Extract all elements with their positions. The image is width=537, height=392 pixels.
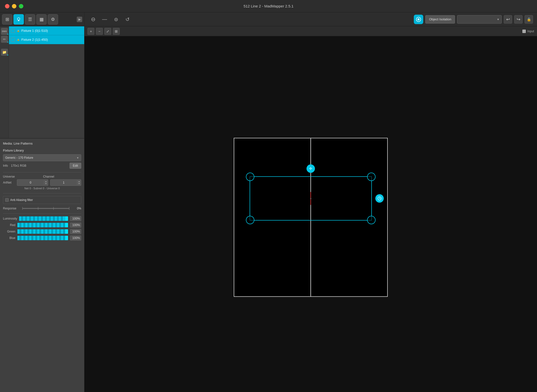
isolation-dropdown[interactable]: ▼	[457, 15, 502, 24]
fixture-item-1[interactable]: 🔒 Fixture 1 (0|1-510)	[9, 26, 84, 35]
fixture-lock-1: 🔒	[16, 29, 20, 33]
red-label: Red	[3, 223, 15, 227]
window-controls[interactable]	[5, 4, 23, 8]
fixture-list-area: DMX ✏ 📁 🔒 Fixture 1 (0|1-510) 🔒 Fixture …	[0, 26, 84, 138]
fixture-item-2[interactable]: 🔒 Fixture 2 (1|1-450)	[9, 35, 84, 44]
tool-video[interactable]: ▦	[36, 14, 47, 25]
tool-list[interactable]: ☰	[25, 14, 35, 25]
main-layout: ⊞ ☰ ▦ ⚙ ▶ DMX ✏ 📁	[0, 12, 537, 392]
redo-button[interactable]: ↪	[514, 15, 523, 24]
corner-handle-bl[interactable]	[246, 216, 254, 224]
fixture-lock-2: 🔒	[16, 38, 20, 41]
fixture-library-section: Fixture Library Generic - 170 Fixture ▼ …	[3, 149, 81, 169]
fixture-info-row: Info 170x1 RGB Edit	[3, 163, 81, 169]
folder-add-icon[interactable]: 📁	[1, 49, 8, 56]
divider-2	[3, 193, 81, 194]
dropdown-chevron-icon: ▼	[497, 18, 499, 21]
chevron-down-icon: ▼	[77, 157, 79, 159]
luminosity-slider[interactable]	[19, 216, 68, 221]
canvas-add-btn[interactable]: +	[87, 28, 94, 35]
luminosity-row: Luminosity 100%	[3, 216, 81, 221]
top-toolbar: ⊖ — ⊜ ↺ Object Isolation ▼	[84, 12, 537, 26]
canvas-wrapper: ✛ +	[234, 138, 388, 297]
input-label-text: Input	[527, 30, 534, 33]
red-row: Red 100%	[3, 223, 81, 228]
tool-grid[interactable]: ⊞	[2, 14, 12, 25]
artnet-label: ArtNet	[3, 181, 15, 184]
universe-up-arrow[interactable]: ▲	[44, 180, 48, 183]
fixture-name-1: Fixture 1 (0|1-510)	[21, 29, 48, 33]
blue-value: 100%	[70, 235, 81, 240]
channel-header: Channel	[43, 175, 81, 178]
channel-up-arrow[interactable]: ▲	[77, 180, 81, 183]
tick-marks	[22, 207, 69, 210]
crosshair: +	[310, 196, 312, 200]
canvas-remove-btn[interactable]: −	[96, 28, 103, 35]
response-slider-base	[22, 208, 69, 209]
fixture-type-icons: DMX ✏ 📁	[0, 26, 9, 138]
tick-1	[22, 207, 23, 210]
svg-rect-1	[18, 20, 19, 21]
anti-aliasing-checkbox[interactable]	[5, 198, 9, 202]
tool-settings[interactable]: ⚙	[48, 14, 58, 25]
dmx-add-icon[interactable]: DMX	[1, 28, 8, 35]
pen-add-icon[interactable]: ✏	[1, 36, 8, 43]
corner-handle-br[interactable]	[367, 216, 376, 224]
corner-handle-tr[interactable]	[367, 172, 376, 181]
sidebar-toolbar: ⊞ ☰ ▦ ⚙ ▶	[0, 12, 84, 26]
corner-handle-tl[interactable]	[246, 172, 254, 181]
sidebar: ⊞ ☰ ▦ ⚙ ▶ DMX ✏ 📁	[0, 12, 84, 392]
edit-button[interactable]: Edit	[70, 163, 81, 169]
tick-4	[69, 207, 69, 210]
green-slider[interactable]	[17, 229, 68, 234]
universe-arrows[interactable]: ▲ ▼	[44, 180, 48, 185]
window-title: 512 Line 2 - MadMapper 2.5.1	[244, 4, 294, 8]
input-checkbox[interactable]	[522, 30, 526, 33]
universe-spinner[interactable]: 0 ▲ ▼	[17, 179, 48, 186]
anti-aliasing-row[interactable]: Anti Aliasing filter	[3, 196, 81, 204]
maximize-button[interactable]	[19, 4, 23, 8]
isolation-button[interactable]: Object Isolation	[425, 15, 455, 24]
blue-label: Blue	[3, 236, 15, 240]
green-label: Green	[3, 230, 15, 233]
sidebar-collapse-btn[interactable]: ▶	[77, 17, 82, 22]
equals-btn[interactable]: ⊜	[111, 15, 121, 24]
response-slider[interactable]	[22, 206, 69, 211]
tool-light[interactable]	[13, 14, 24, 25]
fixture-list: 🔒 Fixture 1 (0|1-510) 🔒 Fixture 2 (1|1-4…	[9, 26, 84, 138]
universe-value: 0	[17, 181, 44, 184]
canvas-expand-btn[interactable]: ⤢	[104, 28, 111, 35]
close-button[interactable]	[5, 4, 9, 8]
red-value: 100%	[70, 223, 81, 228]
fixture-type-value: Generic - 170 Fixture	[5, 156, 33, 159]
properties-panel: Media: Line Patterns Fixture Library Gen…	[0, 138, 84, 392]
channel-down-arrow[interactable]: ▼	[77, 183, 81, 185]
minus-circle-btn[interactable]: ⊖	[88, 15, 98, 24]
undo-button[interactable]: ↩	[504, 15, 512, 24]
channel-arrows[interactable]: ▲ ▼	[77, 180, 81, 185]
fixture-type-dropdown[interactable]: Generic - 170 Fixture ▼	[3, 154, 81, 161]
universe-channel-section: Universe Channel ArtNet 0 ▲ ▼	[3, 175, 81, 190]
fixture-library-label: Fixture Library	[3, 149, 81, 152]
universe-header: Universe	[3, 175, 41, 178]
canvas-container[interactable]: ✛ +	[84, 36, 537, 392]
canvas-grid-btn[interactable]: ⊞	[113, 28, 120, 35]
universe-down-arrow[interactable]: ▼	[44, 183, 48, 185]
red-slider[interactable]	[17, 223, 68, 227]
move-handle[interactable]: ✛	[307, 164, 315, 173]
minus-btn[interactable]: —	[100, 15, 109, 24]
minimize-button[interactable]	[12, 4, 16, 8]
divider-3	[3, 213, 81, 214]
rotate-btn[interactable]: ↺	[123, 15, 132, 24]
tick-3	[53, 207, 54, 210]
fixture-info-value: 170x1 RGB	[11, 164, 26, 167]
titlebar: 512 Line 2 - MadMapper 2.5.1	[0, 0, 537, 12]
fixture-color-2	[11, 38, 15, 42]
uc-headers: Universe Channel	[3, 175, 81, 178]
divider-1	[3, 172, 81, 172]
lock-button[interactable]: 🔒	[525, 15, 533, 24]
channel-spinner[interactable]: 1 ▲ ▼	[50, 179, 81, 186]
rotate-handle[interactable]	[375, 194, 384, 202]
blue-slider[interactable]	[17, 236, 68, 240]
fixture-selection-rect[interactable]: ✛ +	[250, 176, 372, 220]
